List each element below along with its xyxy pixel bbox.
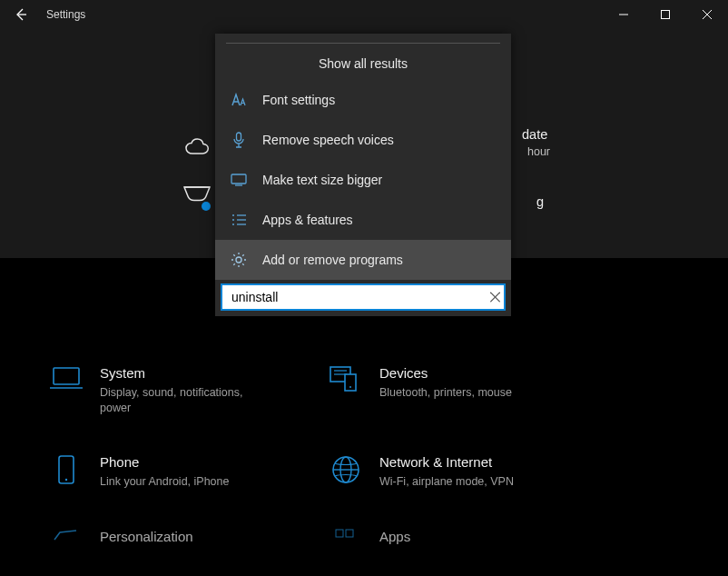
result-label: Remove speech voices xyxy=(262,133,394,147)
svg-line-20 xyxy=(233,254,235,256)
result-remove-speech-voices[interactable]: Remove speech voices xyxy=(215,120,511,160)
globe-icon xyxy=(323,454,369,491)
rewards-icon xyxy=(182,184,212,214)
paintbrush-icon xyxy=(44,529,89,565)
svg-rect-7 xyxy=(231,174,246,184)
tile-title: System xyxy=(100,365,272,381)
close-icon xyxy=(703,10,712,19)
maximize-button[interactable] xyxy=(644,0,686,29)
tile-title: Phone xyxy=(100,454,229,470)
svg-line-23 xyxy=(242,254,244,256)
result-apps-features[interactable]: Apps & features xyxy=(215,200,511,240)
svg-line-21 xyxy=(242,263,244,265)
svg-rect-1 xyxy=(662,11,670,19)
result-label: Add or remove programs xyxy=(262,253,403,267)
result-add-remove-programs[interactable]: Add or remove programs xyxy=(215,240,511,280)
peek-update-text: date xyxy=(522,127,547,142)
svg-point-11 xyxy=(232,223,234,225)
microphone-icon xyxy=(228,132,250,148)
gear-icon xyxy=(228,252,250,268)
settings-tiles: System Display, sound, notifications, po… xyxy=(0,354,728,576)
peek-g-text: g xyxy=(536,194,544,209)
laptop-icon xyxy=(44,365,89,402)
tile-title: Network & Internet xyxy=(379,454,514,470)
svg-line-22 xyxy=(233,263,235,265)
search-box xyxy=(221,283,506,311)
tile-devices[interactable]: Devices Bluetooth, printers, mouse xyxy=(316,354,579,443)
close-button[interactable] xyxy=(686,0,728,29)
devices-icon xyxy=(323,365,369,402)
svg-point-9 xyxy=(232,214,234,216)
minimize-button[interactable] xyxy=(603,0,644,29)
titlebar: Settings xyxy=(0,0,728,29)
list-icon xyxy=(228,214,250,226)
peek-hour-text: hour xyxy=(527,145,550,158)
tile-network[interactable]: Network & Internet Wi-Fi, airplane mode,… xyxy=(316,443,579,518)
onedrive-icon xyxy=(184,138,212,156)
svg-rect-38 xyxy=(336,530,343,537)
display-icon xyxy=(228,174,250,186)
tile-title: Apps xyxy=(379,529,410,544)
svg-point-15 xyxy=(236,257,241,263)
tile-desc: Link your Android, iPhone xyxy=(100,474,229,490)
apps-icon xyxy=(323,529,369,565)
tile-desc: Bluetooth, printers, mouse xyxy=(379,385,512,401)
svg-point-5 xyxy=(202,202,211,211)
arrow-left-icon xyxy=(14,7,28,22)
svg-rect-31 xyxy=(345,374,356,391)
svg-point-34 xyxy=(65,479,67,481)
clear-search-button[interactable] xyxy=(490,293,500,303)
svg-point-10 xyxy=(232,219,234,221)
result-make-text-bigger[interactable]: Make text size bigger xyxy=(215,160,511,200)
tile-title: Devices xyxy=(379,365,512,381)
search-results-dropdown: Show all results Font settings Remove sp… xyxy=(215,34,511,316)
svg-rect-26 xyxy=(54,368,79,384)
tile-title: Personalization xyxy=(100,529,193,544)
tile-personalization[interactable]: Personalization xyxy=(36,518,300,576)
search-input[interactable] xyxy=(221,283,506,311)
tile-desc: Wi-Fi, airplane mode, VPN xyxy=(379,474,514,490)
result-font-settings[interactable]: Font settings xyxy=(215,80,511,120)
result-label: Make text size bigger xyxy=(262,173,382,187)
settings-window: Settings date hour g Show all results Fo… xyxy=(0,0,728,576)
svg-rect-6 xyxy=(237,133,241,141)
minimize-icon xyxy=(619,10,628,19)
svg-point-32 xyxy=(349,386,351,388)
back-button[interactable] xyxy=(0,0,41,29)
result-label: Font settings xyxy=(262,93,335,107)
results-header[interactable]: Show all results xyxy=(215,44,511,80)
window-title: Settings xyxy=(46,8,85,21)
x-icon xyxy=(490,293,500,303)
window-controls xyxy=(603,0,728,29)
tile-desc: Display, sound, notifications, power xyxy=(100,385,272,416)
svg-rect-39 xyxy=(346,530,353,537)
font-icon xyxy=(228,93,250,107)
maximize-icon xyxy=(661,10,670,19)
tile-phone[interactable]: Phone Link your Android, iPhone xyxy=(36,443,300,518)
phone-icon xyxy=(44,454,89,491)
tile-apps[interactable]: Apps xyxy=(316,518,579,576)
result-label: Apps & features xyxy=(262,213,353,227)
tile-system[interactable]: System Display, sound, notifications, po… xyxy=(36,354,300,443)
